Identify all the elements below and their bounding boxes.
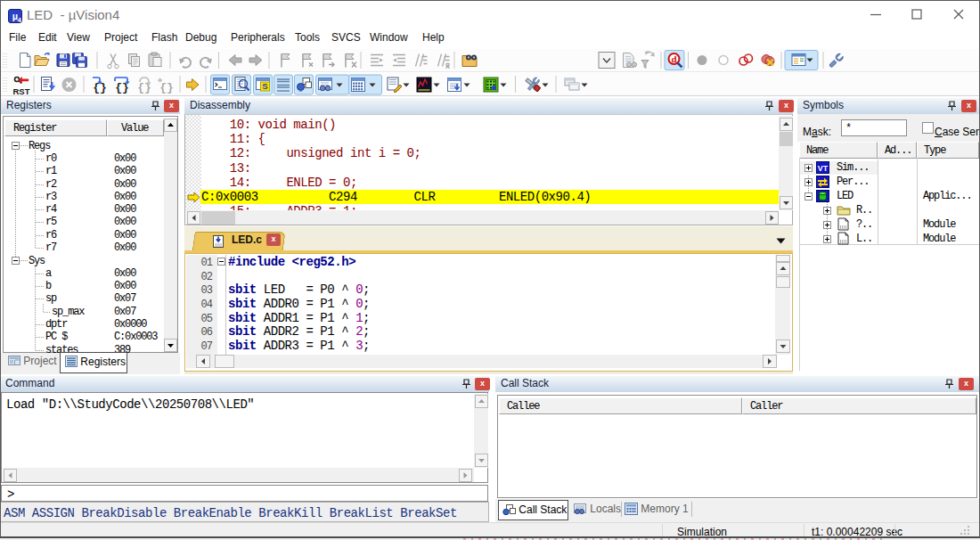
svg-text:S: S [262, 81, 267, 91]
svg-text:RST: RST [13, 86, 30, 96]
svg-text:d: d [671, 53, 676, 64]
svg-text:VT: VT [818, 164, 829, 173]
